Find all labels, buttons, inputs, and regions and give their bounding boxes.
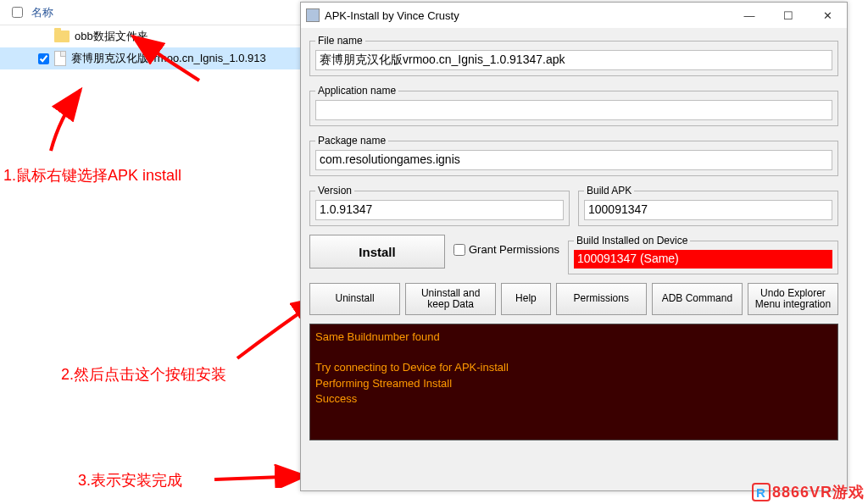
grant-permissions-label: Grant Permissions [469, 243, 559, 256]
maximize-button[interactable]: ☐ [769, 3, 808, 28]
package-name-group: Package name com.resolutiongames.ignis [309, 135, 838, 176]
explorer-pane: 名称 obb数据文件夹 赛博朋克汉化版vrmoo.cn_Ignis_1.0.91… [0, 0, 305, 504]
uninstall-keep-button[interactable]: Uninstall and keep Data [405, 283, 496, 315]
build-installed-field: 100091347 (Same) [574, 250, 832, 269]
build-apk-label: Build APK [584, 185, 634, 197]
window-title: APK-Install by Vince Crusty [325, 9, 459, 22]
version-label: Version [315, 185, 354, 197]
console-line: Success [315, 391, 832, 407]
grant-permissions-checkbox[interactable]: Grant Permissions [453, 243, 559, 256]
select-all-checkbox[interactable] [12, 7, 23, 18]
console-line: Same Buildnumber found [315, 330, 832, 345]
package-name-label: Package name [315, 135, 388, 147]
version-group: Version 1.0.91347 [309, 185, 570, 226]
build-apk-field[interactable]: 100091347 [584, 200, 832, 220]
grant-permissions-input[interactable] [453, 244, 465, 256]
file-name: 赛博朋克汉化版vrmoo.cn_Ignis_1.0.913 [71, 51, 266, 66]
folder-name: obb数据文件夹 [75, 29, 148, 44]
console-line: Try connecting to Device for APK-install [315, 360, 832, 375]
annotation-step3: 3.表示安装完成 [78, 470, 182, 490]
build-installed-group: Build Installed on Device 100091347 (Sam… [568, 235, 838, 274]
package-name-field[interactable]: com.resolutiongames.ignis [315, 150, 832, 170]
uninstall-button[interactable]: Uninstall [309, 283, 400, 315]
permissions-button[interactable]: Permissions [556, 283, 647, 315]
console-line [315, 345, 832, 360]
build-installed-label: Build Installed on Device [574, 235, 690, 246]
list-item[interactable]: 赛博朋克汉化版vrmoo.cn_Ignis_1.0.913 [0, 47, 305, 69]
name-column-header[interactable]: 名称 [31, 5, 53, 20]
help-button[interactable]: Help [501, 283, 551, 315]
watermark-text: 8866VR游戏 [772, 482, 865, 502]
file-checkbox[interactable] [38, 53, 49, 64]
titlebar[interactable]: APK-Install by Vince Crusty — ☐ ✕ [301, 3, 847, 28]
annotation-step1: 1.鼠标右键选择APK install [3, 165, 181, 186]
close-button[interactable]: ✕ [808, 3, 847, 28]
output-console[interactable]: Same Buildnumber found Try connecting to… [309, 324, 838, 440]
application-name-group: Application name [309, 85, 838, 126]
file-icon [54, 51, 66, 66]
apk-install-window: APK-Install by Vince Crusty — ☐ ✕ File n… [300, 2, 848, 491]
console-line: Performing Streamed Install [315, 376, 832, 391]
file-name-label: File name [315, 35, 365, 47]
watermark: R 8866VR游戏 [752, 482, 865, 502]
watermark-logo-icon: R [752, 483, 771, 501]
install-button[interactable]: Install [309, 235, 445, 269]
version-field[interactable]: 1.0.91347 [315, 200, 564, 220]
undo-explorer-button[interactable]: Undo Explorer Menu integration [748, 283, 838, 315]
application-name-label: Application name [315, 85, 398, 97]
annotation-step2: 2.然后点击这个按钮安装 [61, 364, 226, 385]
application-name-field[interactable] [315, 100, 832, 120]
explorer-header[interactable]: 名称 [0, 0, 305, 25]
app-icon [306, 8, 320, 22]
adb-command-button[interactable]: ADB Command [652, 283, 743, 315]
minimize-button[interactable]: — [730, 3, 769, 28]
build-apk-group: Build APK 100091347 [578, 185, 838, 226]
file-name-group: File name 赛博朋克汉化版vrmoo.cn_Ignis_1.0.9134… [309, 35, 838, 76]
folder-icon [54, 30, 70, 42]
list-item[interactable]: obb数据文件夹 [0, 25, 305, 47]
file-name-field[interactable]: 赛博朋克汉化版vrmoo.cn_Ignis_1.0.91347.apk [315, 50, 832, 70]
